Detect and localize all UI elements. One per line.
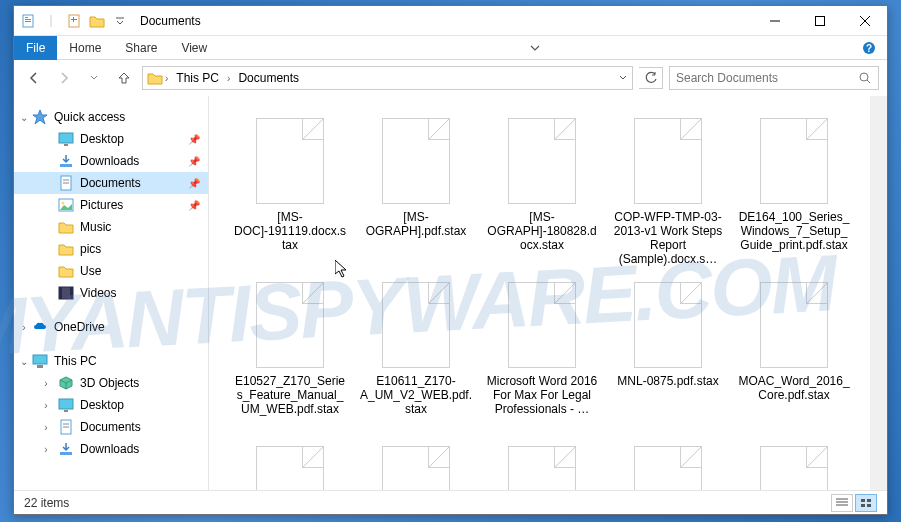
chevron-down-icon[interactable]: ⌄ [18, 112, 30, 123]
tree-label: Downloads [80, 154, 139, 168]
properties-icon[interactable] [18, 11, 38, 31]
chevron-right-icon[interactable]: › [40, 378, 52, 389]
folder-icon [58, 219, 74, 235]
tree-thispc[interactable]: ⌄This PC [14, 350, 208, 372]
tree-downloads[interactable]: Downloads📌 [14, 150, 208, 172]
folder-icon [58, 241, 74, 257]
close-button[interactable] [842, 6, 887, 35]
chevron-right-icon[interactable]: › [227, 73, 230, 84]
tree-music[interactable]: Music [14, 216, 208, 238]
search-icon[interactable] [858, 71, 872, 85]
file-tile[interactable] [353, 436, 479, 490]
tree-label: Desktop [80, 132, 124, 146]
svg-rect-19 [60, 164, 72, 167]
chevron-right-icon[interactable]: › [40, 400, 52, 411]
tree-pics[interactable]: pics [14, 238, 208, 260]
file-tile[interactable]: E10527_Z170_Series_Feature_Manual_UM_WEB… [227, 272, 353, 436]
breadcrumb-thispc[interactable]: This PC [170, 67, 225, 89]
file-icon [508, 282, 576, 368]
file-tile[interactable]: MNL-0875.pdf.stax [605, 272, 731, 436]
up-button[interactable] [112, 66, 136, 90]
tree-desktop2[interactable]: ›Desktop [14, 394, 208, 416]
tree-quick-access[interactable]: ⌄Quick access [14, 106, 208, 128]
help-icon[interactable]: ? [857, 36, 881, 60]
file-name: E10527_Z170_Series_Feature_Manual_UM_WEB… [231, 374, 349, 416]
tree-desktop[interactable]: Desktop📌 [14, 128, 208, 150]
file-name: [MS-OGRAPH]-180828.docx.stax [483, 210, 601, 252]
file-tile[interactable]: E10611_Z170-A_UM_V2_WEB.pdf.stax [353, 272, 479, 436]
file-icon [508, 446, 576, 490]
file-tile[interactable] [605, 436, 731, 490]
svg-rect-27 [70, 287, 73, 299]
window-title: Documents [140, 14, 201, 28]
tree-label: 3D Objects [80, 376, 139, 390]
tree-label: Music [80, 220, 111, 234]
chevron-right-icon[interactable]: › [18, 322, 30, 333]
file-tile[interactable]: [MS-OGRAPH].pdf.stax [353, 108, 479, 272]
file-name: MOAC_Word_2016_Core.pdf.stax [735, 374, 853, 402]
chevron-right-icon[interactable]: › [40, 444, 52, 455]
search-box[interactable] [669, 66, 879, 90]
svg-rect-2 [25, 19, 31, 20]
star-icon [32, 109, 48, 125]
search-input[interactable] [676, 71, 858, 85]
breadcrumb-dropdown-icon[interactable] [618, 73, 628, 83]
thispc-icon [32, 353, 48, 369]
tree-documents[interactable]: Documents📌 [14, 172, 208, 194]
recent-dropdown-icon[interactable] [82, 66, 106, 90]
titlebar: Documents [14, 6, 887, 36]
file-icon [256, 282, 324, 368]
breadcrumb-documents[interactable]: Documents [232, 67, 305, 89]
file-icon [256, 446, 324, 490]
navigation-tree[interactable]: ⌄Quick access Desktop📌 Downloads📌 Docume… [14, 96, 209, 490]
file-tile[interactable]: DE164_100_Series_Windows_7_Setup_Guide_p… [731, 108, 857, 272]
tab-home[interactable]: Home [57, 36, 113, 60]
file-tile[interactable]: [MS-DOC]-191119.docx.stax [227, 108, 353, 272]
tab-view[interactable]: View [169, 36, 219, 60]
back-button[interactable] [22, 66, 46, 90]
file-name: COP-WFP-TMP-03-2013-v1 Work Steps Report… [609, 210, 727, 266]
tab-file[interactable]: File [14, 36, 57, 60]
folder-icon[interactable] [87, 11, 107, 31]
tab-share[interactable]: Share [113, 36, 169, 60]
chevron-down-icon[interactable]: ⌄ [18, 356, 30, 367]
qat-dropdown-icon[interactable] [110, 11, 130, 31]
file-tile[interactable]: COP-WFP-TMP-03-2013-v1 Work Steps Report… [605, 108, 731, 272]
file-icon [634, 118, 702, 204]
svg-rect-1 [25, 17, 28, 18]
breadcrumb[interactable]: › This PC › Documents [142, 66, 633, 90]
tree-label: Desktop [80, 398, 124, 412]
file-tile[interactable]: [MS-OGRAPH]-180828.docx.stax [479, 108, 605, 272]
file-list[interactable]: [MS-DOC]-191119.docx.stax[MS-OGRAPH].pdf… [209, 96, 870, 490]
file-tile[interactable] [479, 436, 605, 490]
tree-onedrive[interactable]: ›OneDrive [14, 316, 208, 338]
tree-use[interactable]: Use [14, 260, 208, 282]
file-tile[interactable] [227, 436, 353, 490]
tree-downloads2[interactable]: ›Downloads [14, 438, 208, 460]
details-view-button[interactable] [831, 494, 853, 512]
file-tile[interactable]: MOAC_Word_2016_Core.pdf.stax [731, 272, 857, 436]
scrollbar[interactable] [870, 96, 887, 490]
tree-documents2[interactable]: ›Documents [14, 416, 208, 438]
body: ⌄Quick access Desktop📌 Downloads📌 Docume… [14, 96, 887, 490]
svg-point-24 [62, 202, 65, 205]
svg-text:?: ? [866, 43, 872, 54]
ribbon-expand-icon[interactable] [523, 36, 547, 60]
address-bar: › This PC › Documents [14, 60, 887, 96]
chevron-right-icon[interactable]: › [40, 422, 52, 433]
svg-line-16 [867, 80, 870, 83]
forward-button[interactable] [52, 66, 76, 90]
tree-videos[interactable]: Videos [14, 282, 208, 304]
new-folder-icon[interactable] [64, 11, 84, 31]
svg-rect-28 [33, 355, 47, 364]
icons-view-button[interactable] [855, 494, 877, 512]
tree-3d-objects[interactable]: ›3D Objects [14, 372, 208, 394]
tree-pictures[interactable]: Pictures📌 [14, 194, 208, 216]
file-tile[interactable] [731, 436, 857, 490]
svg-rect-39 [861, 499, 865, 502]
refresh-button[interactable] [639, 67, 663, 89]
chevron-right-icon[interactable]: › [165, 73, 168, 84]
minimize-button[interactable] [752, 6, 797, 35]
maximize-button[interactable] [797, 6, 842, 35]
file-tile[interactable]: Microsoft Word 2016 For Max For Legal Pr… [479, 272, 605, 436]
